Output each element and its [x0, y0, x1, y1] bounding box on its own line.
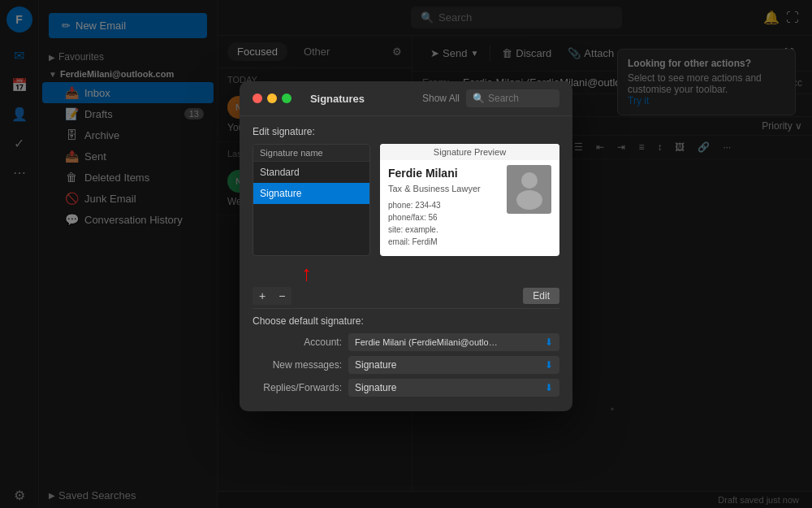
account-select-chevron: ⬇ — [545, 336, 553, 348]
remove-signature-button[interactable]: − — [272, 287, 292, 305]
signature-list-header: Signature name — [253, 145, 369, 162]
signature-list: Signature name Standard Signature — [253, 144, 370, 256]
signatures-modal: Signatures Show All 🔍 Edit signature: Si… — [240, 81, 572, 411]
traffic-lights — [253, 93, 292, 103]
replies-label: Replies/Forwards: — [253, 382, 342, 393]
show-all-button[interactable]: Show All — [422, 93, 460, 104]
new-messages-chevron: ⬇ — [545, 359, 553, 371]
account-label: Account: — [253, 336, 342, 348]
new-messages-row: New messages: Signature ⬇ — [253, 356, 559, 374]
minimize-button[interactable] — [267, 93, 277, 103]
modal-body: Edit signature: Signature name Standard … — [240, 116, 572, 411]
maximize-button[interactable] — [282, 93, 292, 103]
preview-photo — [507, 165, 551, 214]
modal-search-icon: 🔍 — [473, 93, 485, 104]
add-remove-group: + − — [253, 287, 292, 305]
new-messages-select[interactable]: Signature ⬇ — [348, 356, 559, 374]
preview-fax: phone/fax: 56 — [388, 211, 486, 224]
edit-signature-button[interactable]: Edit — [523, 288, 559, 304]
default-signature-section: Choose default signature: Account: Ferdi… — [253, 308, 559, 397]
new-messages-label: New messages: — [253, 359, 342, 371]
preview-site: site: example. — [388, 224, 486, 236]
signature-selected-item[interactable]: Signature — [253, 183, 369, 204]
replies-select[interactable]: Signature ⬇ — [348, 379, 559, 397]
preview-email: email: FerdiM — [388, 236, 486, 248]
account-row: Account: Ferdie Milani (FerdieMilani@out… — [253, 333, 559, 351]
close-button[interactable] — [253, 93, 262, 103]
default-sig-title: Choose default signature: — [253, 315, 559, 327]
svg-point-1 — [516, 190, 542, 210]
modal-search-input[interactable] — [488, 93, 553, 104]
edit-signature-label: Edit signature: — [253, 126, 559, 137]
red-arrow-indicator: ↑ — [301, 263, 312, 284]
add-signature-button[interactable]: + — [253, 287, 272, 305]
svg-point-0 — [521, 172, 538, 189]
modal-search[interactable]: 🔍 — [466, 89, 559, 107]
signature-controls: + − Edit — [253, 287, 559, 305]
preview-job-title: Tax & Business Lawyer — [388, 182, 486, 196]
preview-name: Ferdie Milani — [388, 165, 486, 182]
signature-standard-item[interactable]: Standard — [253, 162, 369, 183]
app-container: F ✉ 📅 👤 ✓ ⋯ ⚙ ✏ New Email ▶ Favourites ▼… — [0, 0, 812, 508]
signature-preview: Signature Preview Ferdie Milani Tax & Bu… — [380, 144, 559, 256]
replies-chevron: ⬇ — [545, 382, 553, 393]
signature-area: Signature name Standard Signature Signat… — [253, 144, 559, 256]
preview-phone: phone: 234-43 — [388, 199, 486, 211]
modal-overlay: Signatures Show All 🔍 Edit signature: Si… — [0, 0, 812, 508]
modal-titlebar: Signatures Show All 🔍 — [240, 81, 572, 116]
account-select[interactable]: Ferdie Milani (FerdieMilani@outlook.com)… — [348, 333, 559, 351]
replies-row: Replies/Forwards: Signature ⬇ — [253, 379, 559, 397]
modal-title: Signatures — [301, 93, 374, 105]
preview-title: Signature Preview — [380, 144, 559, 160]
